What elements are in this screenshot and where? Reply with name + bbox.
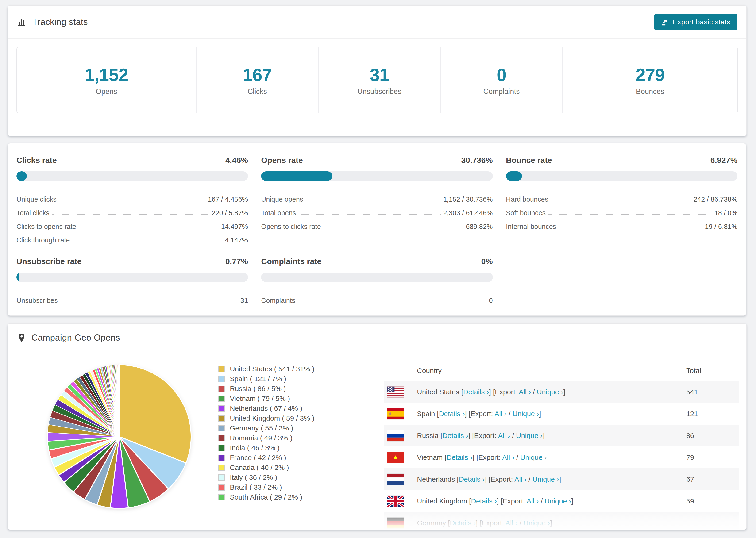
details-link[interactable]: Details ›: [442, 432, 468, 439]
legend-item: Germany ( 55 / 3% ): [218, 423, 314, 433]
details-link[interactable]: Details ›: [450, 519, 476, 527]
rate-block: Opens rate 30.736% Unique opens 1,152 / …: [261, 153, 493, 244]
export-all-link[interactable]: All ›: [495, 410, 507, 418]
rate-block: Clicks rate 4.46% Unique clicks 167 / 4.…: [17, 153, 248, 244]
legend-label: United States ( 541 / 31% ): [230, 365, 314, 373]
pie-legend: United States ( 541 / 31% ) Spain ( 121 …: [218, 364, 314, 502]
stat-value: 689.82%: [466, 223, 493, 231]
legend-item: France ( 42 / 2% ): [218, 453, 314, 463]
dotted-leader: [59, 201, 206, 201]
country-cell: Vietnam [Details ›] [Export: All › / Uni…: [384, 454, 549, 461]
legend-swatch: [218, 484, 225, 491]
summary-value: 0: [497, 65, 506, 85]
stat-label: Unique opens: [261, 195, 303, 203]
progress-bar: [261, 273, 493, 282]
us-flag-icon: [387, 386, 404, 398]
country-cell: Netherlands [Details ›] [Export: All › /…: [384, 475, 561, 483]
stat-label: Complaints: [261, 297, 295, 304]
export-unique-link[interactable]: Unique ›: [520, 454, 547, 461]
stat-value: 242 / 86.738%: [693, 195, 737, 203]
legend-label: Netherlands ( 67 / 4% ): [230, 404, 302, 412]
legend-swatch: [218, 494, 225, 501]
legend-swatch: [218, 445, 225, 451]
dotted-leader: [298, 302, 486, 302]
stat-label: Opens to clicks rate: [261, 223, 321, 231]
legend-swatch: [218, 366, 225, 372]
export-all-link[interactable]: All ›: [498, 432, 510, 439]
legend-item: Italy ( 36 / 2% ): [218, 472, 314, 482]
export-all-link[interactable]: All ›: [502, 454, 514, 461]
dotted-leader: [52, 214, 209, 215]
rates-card: Clicks rate 4.46% Unique clicks 167 / 4.…: [8, 143, 746, 316]
export-unique-link[interactable]: Unique ›: [513, 410, 539, 418]
page-title: Tracking stats: [32, 17, 88, 27]
geo-table-header: Country Total: [384, 360, 739, 381]
total-column-header: Total: [686, 367, 701, 375]
es-flag-icon: [387, 408, 404, 419]
geo-opens-header: Campaign Geo Opens: [8, 324, 746, 352]
stat-value: 167 / 4.456%: [208, 195, 248, 203]
details-link[interactable]: Details ›: [471, 497, 497, 505]
stat-label: Soft bounces: [506, 209, 546, 217]
details-link[interactable]: Details ›: [447, 454, 472, 461]
stat-value: 1,152 / 30.736%: [443, 195, 493, 203]
rate-title: Clicks rate: [17, 156, 57, 165]
table-row: Germany [Details ›] [Export: All › / Uni…: [384, 512, 739, 530]
legend-item: Vietnam ( 79 / 5% ): [218, 394, 314, 404]
legend-item: South Africa ( 29 / 2% ): [218, 492, 314, 502]
summary-value: 31: [370, 65, 389, 85]
details-link[interactable]: Details ›: [459, 475, 485, 483]
total-cell: 86: [686, 432, 694, 440]
geo-pie-chart[interactable]: [41, 359, 205, 524]
progress-fill: [17, 171, 27, 181]
table-row: Vietnam [Details ›] [Export: All › / Uni…: [384, 447, 739, 468]
details-link[interactable]: Details ›: [463, 388, 489, 396]
details-link[interactable]: Details ›: [439, 410, 465, 418]
summary-cell: 1,152 Opens: [17, 47, 196, 113]
export-unique-link[interactable]: Unique ›: [532, 475, 559, 483]
summary-value: 1,152: [85, 65, 128, 85]
stat-row: Hard bounces 242 / 86.738%: [506, 190, 737, 203]
export-unique-link[interactable]: Unique ›: [523, 519, 550, 527]
total-cell: 121: [686, 410, 698, 418]
stat-value: 14.497%: [221, 223, 248, 231]
rate-rows: Hard bounces 242 / 86.738% Soft bounces …: [506, 190, 737, 231]
geo-table-rows: United States [Details ›] [Export: All ›…: [384, 381, 739, 530]
rate-value: 6.927%: [711, 156, 737, 165]
legend-label: South Africa ( 29 / 2% ): [230, 493, 302, 501]
legend-item: Romania ( 49 / 3% ): [218, 433, 314, 443]
rate-value: 0%: [481, 257, 493, 266]
legend-item: Canada ( 40 / 2% ): [218, 463, 314, 472]
dotted-leader: [559, 228, 702, 228]
export-all-link[interactable]: All ›: [506, 519, 518, 527]
export-basic-stats-button[interactable]: Export basic stats: [654, 14, 737, 30]
map-pin-icon: [17, 333, 26, 343]
export-all-link[interactable]: All ›: [527, 497, 539, 505]
export-all-link[interactable]: All ›: [514, 475, 527, 483]
rate-block: Complaints rate 0% Complaints 0: [261, 254, 493, 304]
export-unique-link[interactable]: Unique ›: [516, 432, 543, 439]
rate-title: Bounce rate: [506, 156, 552, 165]
rate-block: Bounce rate 6.927% Hard bounces 242 / 86…: [506, 153, 737, 244]
dotted-leader: [299, 214, 441, 215]
summary-label: Clicks: [247, 87, 267, 96]
legend-label: Italy ( 36 / 2% ): [230, 473, 277, 481]
geo-title: Campaign Geo Opens: [31, 333, 120, 343]
export-unique-link[interactable]: Unique ›: [545, 497, 571, 505]
dotted-leader: [549, 214, 712, 215]
export-all-link[interactable]: All ›: [519, 388, 531, 396]
bar-chart-icon: [17, 17, 27, 27]
legend-label: Romania ( 49 / 3% ): [230, 434, 293, 442]
table-row: United States [Details ›] [Export: All ›…: [384, 381, 739, 403]
dotted-leader: [324, 228, 463, 228]
legend-swatch: [218, 405, 225, 412]
legend-item: Brazil ( 33 / 2% ): [218, 482, 314, 492]
legend-label: Spain ( 121 / 7% ): [230, 375, 286, 383]
legend-swatch: [218, 425, 225, 431]
legend-swatch: [218, 474, 225, 481]
summary-cell: 167 Clicks: [196, 47, 319, 113]
progress-bar: [17, 171, 248, 181]
dotted-leader: [306, 201, 441, 201]
summary-label: Complaints: [483, 87, 520, 96]
export-unique-link[interactable]: Unique ›: [537, 388, 563, 396]
